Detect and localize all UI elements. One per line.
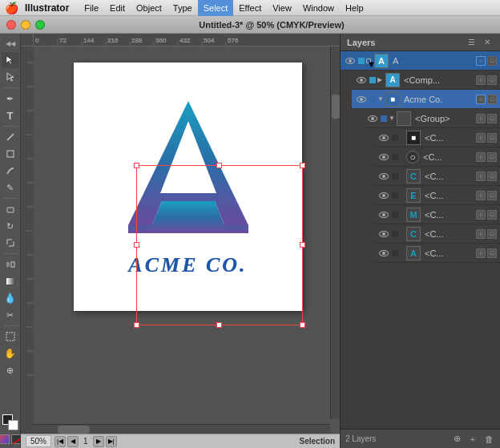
handle-bm[interactable] <box>216 322 222 328</box>
fill-stroke-colors[interactable] <box>2 414 18 430</box>
layer-row[interactable]: C <C... ○ □ <box>374 167 500 186</box>
menu-effect[interactable]: Effect <box>233 0 267 16</box>
scrollbar-thumb-v[interactable] <box>332 95 340 119</box>
layer-target-btn[interactable]: ○ <box>476 114 486 123</box>
prev-button[interactable]: ◀ <box>67 436 79 447</box>
layer-lock-btn[interactable]: □ <box>487 95 497 104</box>
layer-row[interactable]: ▼ ■ Acme Co. ○ □ <box>352 90 500 109</box>
visibility-toggle[interactable] <box>366 112 379 125</box>
paintbrush-tool[interactable] <box>2 163 19 179</box>
layer-target-btn[interactable]: ○ <box>476 210 486 220</box>
type-tool[interactable]: T <box>2 107 19 123</box>
layer-lock-btn[interactable]: □ <box>487 248 497 258</box>
visibility-toggle[interactable] <box>377 228 390 240</box>
layer-row[interactable]: C <C... ○ □ <box>374 224 500 244</box>
layer-lock-btn[interactable]: □ <box>487 210 497 220</box>
layer-row[interactable]: ○ <C... ○ □ <box>374 147 500 167</box>
layers-menu-button[interactable]: ☰ <box>465 36 478 49</box>
toolbox-collapse[interactable]: ◀◀ <box>2 35 19 51</box>
arrow-tool[interactable] <box>2 52 19 68</box>
layer-row[interactable]: ▼ A A ○ □ <box>341 51 500 71</box>
layer-target-btn[interactable]: ○ <box>476 75 486 85</box>
layer-row[interactable]: A <C... ○ □ <box>374 244 500 263</box>
visibility-toggle[interactable] <box>377 131 390 144</box>
scale-tool[interactable] <box>2 235 19 251</box>
layer-target-btn[interactable]: ○ <box>476 95 486 104</box>
gradient-tool[interactable] <box>2 273 19 289</box>
menu-type[interactable]: Type <box>167 0 198 16</box>
artboard-tool[interactable] <box>2 329 19 345</box>
pen-tool[interactable]: ✒ <box>2 91 19 107</box>
handle-br[interactable] <box>300 322 305 328</box>
eraser-tool[interactable] <box>2 201 19 217</box>
visibility-toggle[interactable] <box>344 54 357 67</box>
layer-target-btn[interactable]: ○ <box>476 56 486 66</box>
minimize-button[interactable] <box>21 20 30 30</box>
layer-lock-btn[interactable]: □ <box>487 191 497 200</box>
maximize-button[interactable] <box>35 20 45 30</box>
new-layer-btn[interactable]: + <box>466 433 479 446</box>
visibility-toggle[interactable] <box>377 247 390 260</box>
scrollbar-thumb-h[interactable] <box>58 426 90 434</box>
visibility-toggle[interactable] <box>377 208 390 221</box>
layer-target-btn[interactable]: ○ <box>476 229 486 239</box>
layer-lock-btn[interactable]: □ <box>487 75 497 85</box>
canvas-scrollbar-v[interactable] <box>330 46 340 419</box>
menu-edit[interactable]: Edit <box>104 0 131 16</box>
menu-view[interactable]: View <box>267 0 297 16</box>
layer-row[interactable]: E <C... ○ □ <box>374 186 500 205</box>
apple-menu[interactable]: 🍎 <box>5 2 18 14</box>
layer-row[interactable]: M <C... ○ □ <box>374 205 500 224</box>
menu-help[interactable]: Help <box>340 0 369 16</box>
rect-tool[interactable] <box>2 146 19 162</box>
color-mode-btn[interactable] <box>0 434 10 444</box>
zoom-input[interactable]: 50% <box>26 435 51 447</box>
layer-row[interactable]: ■ <C... ○ □ <box>374 128 500 147</box>
none-mode-btn[interactable] <box>11 434 22 444</box>
visibility-toggle[interactable] <box>355 93 368 106</box>
layer-lock-btn[interactable]: □ <box>487 172 497 181</box>
blend-tool[interactable] <box>2 256 19 272</box>
layer-target-btn[interactable]: ○ <box>476 191 486 200</box>
layers-search-btn[interactable]: ⊕ <box>450 433 463 446</box>
menu-window[interactable]: Window <box>297 0 340 16</box>
pencil-tool[interactable]: ✎ <box>2 180 19 196</box>
line-tool[interactable] <box>2 129 19 145</box>
eyedropper-tool[interactable]: 💧 <box>2 290 19 306</box>
prev-page-button[interactable]: |◀ <box>54 436 66 447</box>
close-button[interactable] <box>6 20 16 30</box>
scissors-tool[interactable]: ✂ <box>2 307 19 323</box>
direct-select-tool[interactable] <box>2 69 19 85</box>
layer-row[interactable]: ▶ A <Comp... ○ □ <box>352 71 500 90</box>
handle-bl[interactable] <box>134 322 139 328</box>
layer-lock-btn[interactable]: □ <box>487 229 497 239</box>
layer-target-btn[interactable]: ○ <box>476 248 486 258</box>
layer-row[interactable]: ▼ <Group> ○ □ <box>363 109 500 128</box>
layer-lock-btn[interactable]: □ <box>487 152 497 162</box>
visibility-toggle[interactable] <box>377 189 390 202</box>
layers-close-button[interactable]: ✕ <box>481 36 494 49</box>
menu-file[interactable]: File <box>79 0 104 16</box>
next-page-button[interactable]: ▶| <box>106 436 117 447</box>
menu-select[interactable]: Select <box>198 0 234 16</box>
layer-lock-btn[interactable]: □ <box>487 114 497 123</box>
layer-target-btn[interactable]: ○ <box>476 172 486 181</box>
layer-lock-btn[interactable]: □ <box>487 133 497 143</box>
visibility-toggle[interactable] <box>377 151 390 163</box>
stroke-color[interactable] <box>8 420 18 430</box>
app-menu[interactable]: Illustrator <box>25 2 69 14</box>
expand-icon[interactable]: ▼ <box>389 115 395 122</box>
rotate-tool[interactable]: ↻ <box>2 218 19 234</box>
delete-layer-btn[interactable]: 🗑 <box>482 433 495 446</box>
canvas-viewport[interactable]: ACME CO. <box>34 46 340 434</box>
next-button[interactable]: ▶ <box>93 436 104 447</box>
hand-tool[interactable]: ✋ <box>2 345 19 361</box>
menu-object[interactable]: Object <box>131 0 167 16</box>
visibility-toggle[interactable] <box>355 74 368 87</box>
expand-arrow[interactable]: ▼ <box>366 59 371 63</box>
layer-lock-btn[interactable]: □ <box>487 56 497 66</box>
canvas-scrollbar-h[interactable] <box>34 424 330 434</box>
zoom-tool[interactable]: ⊕ <box>2 362 19 378</box>
expand-icon[interactable]: ▼ <box>377 95 384 103</box>
layer-target-btn[interactable]: ○ <box>476 133 486 143</box>
